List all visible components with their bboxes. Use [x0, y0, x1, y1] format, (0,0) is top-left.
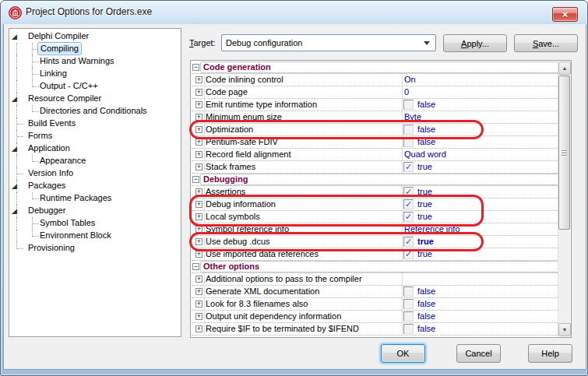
property-value[interactable]: false	[417, 100, 435, 110]
checkbox-optimization[interactable]	[403, 125, 414, 135]
tree-item-label[interactable]: Output - C/C++	[37, 80, 100, 92]
target-combobox[interactable]: Debug configuration	[221, 34, 436, 51]
tree-item-packages[interactable]: ◢Packages	[9, 180, 181, 192]
property-row-code-inlining-control[interactable]: +Code inlining controlOn	[192, 74, 559, 86]
expand-icon[interactable]: +	[195, 288, 202, 295]
expand-icon[interactable]: +	[195, 101, 202, 108]
property-row-use-debug-dcus[interactable]: +Use debug .dcus✓true	[192, 236, 559, 248]
expand-icon[interactable]: +	[195, 226, 202, 233]
tree-item-provisioning[interactable]: Provisioning	[9, 242, 181, 255]
tree-item-compiling[interactable]: Compiling	[9, 43, 181, 55]
tree-item-runtime-packages[interactable]: Runtime Packages	[9, 192, 181, 205]
cancel-button[interactable]: Cancel	[456, 344, 501, 363]
tree-item-label[interactable]: Linking	[37, 68, 69, 79]
tree-item-debugger[interactable]: ◢Debugger	[9, 205, 181, 217]
tree-item-hints-and-warnings[interactable]: Hints and Warnings	[9, 55, 181, 68]
property-row-debug-information[interactable]: +Debug information✓true	[192, 199, 559, 211]
property-value[interactable]: 0	[404, 87, 409, 97]
property-value[interactable]: Quad word	[404, 149, 446, 160]
apply-button[interactable]: Apply...	[443, 34, 507, 52]
tree-item-version-info[interactable]: Version Info	[9, 167, 181, 180]
checkbox-use-imported-data-references[interactable]: ✓	[403, 249, 414, 259]
close-button[interactable]: ×	[552, 7, 578, 22]
property-row-stack-frames[interactable]: +Stack frames✓true	[192, 161, 559, 174]
property-value[interactable]: true	[417, 237, 434, 247]
expanded-node-icon[interactable]: ◢	[12, 32, 17, 41]
expand-icon[interactable]: +	[195, 213, 202, 220]
expand-icon[interactable]: +	[195, 276, 202, 283]
collapse-icon[interactable]: −	[192, 64, 199, 71]
tree-item-linking[interactable]: Linking	[9, 68, 181, 80]
property-row-require-if-to-be-terminated-by-ifend[interactable]: +Require $IF to be terminated by $IFENDf…	[192, 323, 559, 336]
tree-item-forms[interactable]: Forms	[9, 130, 181, 142]
checkbox-stack-frames[interactable]: ✓	[403, 162, 414, 172]
save-button[interactable]: Save...	[514, 34, 578, 52]
checkbox-look-for-8-3-filenames-also[interactable]	[403, 299, 414, 309]
property-row-code-page[interactable]: +Code page0	[192, 86, 559, 99]
title-bar[interactable]: Project Options for Orders.exe ×	[1, 1, 587, 24]
property-value[interactable]: true	[417, 199, 432, 209]
property-value[interactable]: true	[417, 162, 432, 172]
collapse-icon[interactable]: −	[192, 263, 199, 270]
expand-icon[interactable]: +	[195, 313, 202, 320]
tree-item-label[interactable]: Directories and Conditionals	[37, 105, 150, 117]
expand-icon[interactable]: +	[195, 114, 202, 121]
property-value[interactable]: Reference info	[404, 224, 460, 234]
property-value[interactable]: true	[417, 249, 432, 259]
tree-item-label[interactable]: Provisioning	[26, 242, 77, 254]
expand-icon[interactable]: +	[195, 139, 202, 146]
tree-item-label[interactable]: Appearance	[37, 155, 88, 167]
section-code-generation[interactable]: −Code generation	[192, 61, 559, 74]
expand-icon[interactable]: +	[195, 163, 202, 170]
checkbox-output-unit-dependency-information[interactable]	[403, 311, 414, 322]
property-value[interactable]: Byte	[404, 112, 421, 122]
tree-item-label[interactable]: Environment Block	[37, 230, 114, 241]
expand-icon[interactable]: +	[195, 201, 202, 208]
property-value[interactable]: false	[417, 299, 435, 309]
property-row-use-imported-data-references[interactable]: +Use imported data references✓true	[192, 248, 559, 261]
property-value[interactable]: On	[404, 75, 416, 85]
tree-item-label[interactable]: Debugger	[26, 205, 68, 216]
property-row-emit-runtime-type-information[interactable]: +Emit runtime type informationfalse	[192, 99, 559, 111]
property-value[interactable]: false	[417, 125, 435, 135]
tree-item-label[interactable]: Hints and Warnings	[37, 55, 117, 67]
expanded-node-icon[interactable]: ◢	[12, 144, 17, 153]
tree-item-label[interactable]: Resource Compiler	[26, 93, 104, 104]
expand-icon[interactable]: +	[195, 126, 202, 133]
scrollbar-track[interactable]	[558, 75, 571, 323]
expand-icon[interactable]: +	[195, 251, 202, 258]
checkbox-local-symbols[interactable]: ✓	[403, 212, 414, 222]
property-row-generate-xml-documentation[interactable]: +Generate XML documentationfalse	[192, 286, 559, 298]
tree-item-label[interactable]: Delphi Compiler	[26, 30, 91, 42]
ok-button[interactable]: OK	[381, 344, 425, 363]
tree-item-appearance[interactable]: Appearance	[9, 155, 181, 167]
scroll-down-button[interactable]: ▼	[558, 323, 571, 336]
tree-item-label[interactable]: Version Info	[26, 167, 76, 179]
checkbox-emit-runtime-type-information[interactable]	[403, 100, 414, 110]
checkbox-assertions[interactable]: ✓	[403, 187, 414, 197]
expanded-node-icon[interactable]: ◢	[12, 206, 17, 216]
property-row-look-for-8-3-filenames-also[interactable]: +Look for 8.3 filenames alsofalse	[192, 298, 559, 311]
section-other-options[interactable]: −Other options	[192, 261, 559, 273]
property-value[interactable]: true	[417, 212, 432, 222]
tree-item-label[interactable]: Build Events	[26, 118, 78, 129]
checkbox-require-if-to-be-terminated-by-ifend[interactable]	[403, 324, 414, 334]
expanded-node-icon[interactable]: ◢	[12, 94, 17, 104]
expand-icon[interactable]: +	[195, 89, 202, 96]
grid-scrollbar[interactable]: ▲ ▼	[558, 61, 570, 336]
tree-item-delphi-compiler[interactable]: ◢Delphi Compiler	[9, 30, 181, 43]
tree-item-label[interactable]: Runtime Packages	[37, 192, 114, 204]
property-row-pentium-safe-fdiv[interactable]: +Pentium-safe FDIVfalse	[192, 136, 559, 149]
tree-item-label[interactable]: Symbol Tables	[37, 217, 97, 229]
property-value[interactable]: false	[417, 311, 435, 322]
options-tree[interactable]: ◢Delphi CompilerCompilingHints and Warni…	[9, 28, 181, 337]
expanded-node-icon[interactable]: ◢	[12, 181, 17, 191]
property-row-minimum-enum-size[interactable]: +Minimum enum sizeByte	[192, 111, 559, 124]
property-row-local-symbols[interactable]: +Local symbols✓true	[192, 211, 559, 223]
help-button[interactable]: Help	[528, 344, 572, 363]
expand-icon[interactable]: +	[195, 238, 202, 245]
expand-icon[interactable]: +	[195, 325, 202, 332]
expand-icon[interactable]: +	[195, 188, 202, 195]
checkbox-generate-xml-documentation[interactable]	[403, 286, 414, 297]
tree-item-label[interactable]: Packages	[26, 180, 68, 192]
